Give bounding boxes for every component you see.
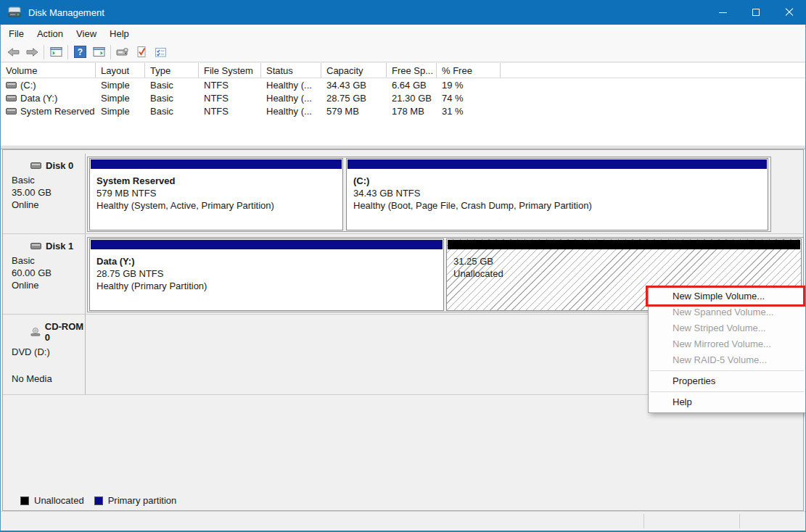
partition-data-y[interactable]: Data (Y:) 28.75 GB NTFS Healthy (Primary… [89, 238, 444, 311]
disk-icon [30, 242, 41, 250]
volume-list-header: Volume Layout Type File System Status Ca… [1, 63, 805, 78]
cdrom-label-panel[interactable]: CD-ROM 0 DVD (D:) No Media [3, 315, 86, 394]
unallocated-swatch [20, 496, 29, 505]
partition-system-reserved[interactable]: System Reserved 579 MB NTFS Healthy (Sys… [89, 158, 343, 230]
caption-buttons [706, 0, 806, 25]
primary-partition-bar [91, 240, 443, 249]
forward-button[interactable] [22, 43, 41, 61]
menu-item-new-spanned-volume: New Spanned Volume... [649, 304, 805, 320]
menu-item-new-raid5-volume: New RAID-5 Volume... [649, 352, 805, 368]
primary-partition-swatch [94, 496, 103, 505]
disk1-name: Disk 1 [46, 241, 73, 252]
context-menu: New Simple Volume... New Spanned Volume.… [648, 286, 806, 413]
volume-list-pane: Volume Layout Type File System Status Ca… [1, 63, 805, 145]
primary-partition-bar [348, 159, 767, 169]
disk-view-button[interactable] [113, 43, 132, 61]
unallocated-bar [448, 240, 800, 249]
disk0-status: Online [3, 199, 85, 211]
column-header-pct-free[interactable]: % Free [437, 63, 501, 78]
disk1-kind: Basic [3, 254, 85, 267]
show-console-tree-button[interactable] [46, 43, 65, 61]
help-icon: ? [74, 46, 86, 58]
back-button[interactable] [4, 43, 22, 61]
menu-help[interactable]: Help [103, 26, 136, 41]
disk0-label-panel[interactable]: Disk 0 Basic 35.00 GB Online [3, 154, 86, 233]
forward-icon [26, 46, 38, 58]
menu-item-new-simple-volume[interactable]: New Simple Volume... [649, 288, 805, 304]
console-tree-icon [50, 46, 62, 57]
check-document-icon [136, 46, 147, 58]
legend-primary-partition: Primary partition [94, 495, 177, 506]
back-icon [7, 46, 20, 58]
column-header-file-system[interactable]: File System [199, 63, 261, 78]
column-header-capacity[interactable]: Capacity [321, 63, 387, 78]
title-bar: Disk Management [0, 0, 806, 25]
column-header-free-space[interactable]: Free Sp... [387, 63, 437, 78]
disk0-size: 35.00 GB [3, 186, 85, 199]
menu-item-new-mirrored-volume: New Mirrored Volume... [649, 336, 805, 352]
primary-partition-bar [91, 159, 342, 169]
cdrom-status: No Media [3, 373, 85, 385]
legend: Unallocated Primary partition [20, 495, 176, 506]
checklist-button[interactable] [151, 43, 170, 61]
close-button[interactable] [773, 0, 806, 25]
menu-item-help[interactable]: Help [649, 394, 805, 410]
disk1-label-panel[interactable]: Disk 1 Basic 60.00 GB Online [3, 234, 86, 314]
disk1-status: Online [3, 279, 85, 291]
toolbar-separator [110, 45, 111, 59]
cdrom-icon [30, 327, 41, 337]
maximize-button[interactable] [739, 0, 773, 25]
column-header-filler [501, 63, 805, 78]
menu-file[interactable]: File [2, 26, 30, 41]
maximize-icon [752, 9, 760, 16]
cdrom-name: CD-ROM 0 [45, 321, 85, 343]
volume-row-system-reserved[interactable]: System Reserved Simple Basic NTFS Health… [1, 104, 805, 117]
minimize-button[interactable] [706, 0, 739, 25]
disk-row-0: Disk 0 Basic 35.00 GB Online System Rese… [3, 154, 803, 234]
menu-item-new-striped-volume: New Striped Volume... [649, 320, 805, 336]
svg-text:?: ? [77, 47, 82, 57]
disk-view-icon [116, 46, 129, 58]
menu-view[interactable]: View [70, 26, 103, 41]
volume-icon [6, 81, 17, 89]
window-title: Disk Management [28, 7, 104, 18]
toolbar-separator [67, 45, 68, 59]
status-bar [1, 511, 805, 531]
cdrom-kind: DVD (D:) [3, 346, 85, 358]
disk0-kind: Basic [3, 174, 85, 186]
disk-icon [30, 162, 41, 170]
column-header-layout[interactable]: Layout [96, 63, 145, 78]
minimize-icon [719, 12, 727, 13]
menu-item-properties[interactable]: Properties [649, 373, 805, 389]
toolbar: ? [1, 42, 805, 62]
disk1-size: 60.00 GB [3, 267, 85, 279]
volume-icon [6, 107, 17, 115]
toolbar-separator [44, 45, 44, 59]
menu-action[interactable]: Action [30, 26, 70, 41]
close-icon [785, 8, 794, 17]
column-header-volume[interactable]: Volume [1, 63, 96, 78]
column-header-type[interactable]: Type [145, 63, 199, 78]
menu-bar: File Action View Help [1, 25, 805, 42]
volume-row-c[interactable]: (C:) Simple Basic NTFS Healthy (... 34.4… [1, 78, 805, 91]
menu-separator [650, 391, 804, 392]
menu-separator [650, 370, 804, 371]
checklist-icon [155, 46, 167, 58]
status-bar-divider [643, 514, 644, 528]
help-button[interactable]: ? [70, 43, 89, 61]
column-header-status[interactable]: Status [261, 63, 321, 78]
window-border-left [0, 25, 1, 531]
disk0-name: Disk 0 [46, 160, 73, 171]
action-pane-icon [93, 46, 105, 57]
status-bar-divider [739, 514, 740, 528]
volume-row-data-y[interactable]: Data (Y:) Simple Basic NTFS Healthy (...… [1, 91, 805, 104]
check-document-button[interactable] [132, 43, 151, 61]
legend-unallocated: Unallocated [20, 495, 84, 506]
show-action-pane-button[interactable] [89, 43, 108, 61]
disk-management-app-icon [7, 4, 22, 20]
partition-c-drive[interactable]: (C:) 34.43 GB NTFS Healthy (Boot, Page F… [346, 158, 768, 230]
volume-icon [6, 94, 17, 102]
